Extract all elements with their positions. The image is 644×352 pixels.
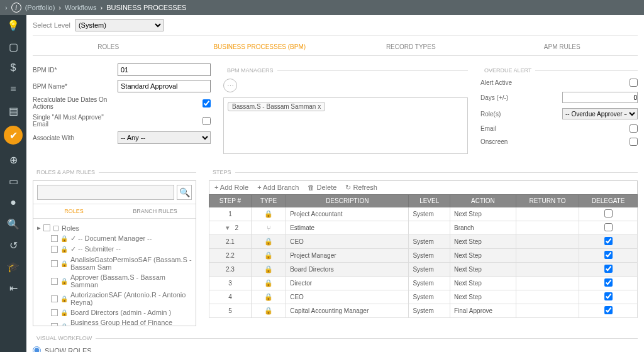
tree-item[interactable]: 🔒AnalisisGastoPermisoSAF (Bassam.S - Bas… [37, 255, 192, 272]
steps-table: STEP #TYPEDESCRIPTIONLEVELACTIONRETURN T… [209, 194, 638, 318]
tab-apm-rules[interactable]: APM RULES [487, 38, 638, 55]
search-icon[interactable]: 🔍 [7, 217, 19, 230]
info-icon[interactable]: i [11, 3, 21, 13]
lock-icon: 🔒 [60, 278, 68, 285]
email-checkbox[interactable] [630, 124, 638, 133]
lock-icon: 🔒 [264, 251, 273, 259]
steps-title: STEPS [209, 169, 235, 175]
doc-icon[interactable]: ▤ [7, 104, 19, 117]
delegate-checkbox[interactable] [604, 223, 613, 231]
user-icon[interactable]: ● [7, 196, 19, 209]
delegate-checkbox[interactable] [604, 209, 613, 217]
tree-item[interactable]: 🔒Board Directors (admin - Admin ) [37, 307, 192, 317]
add-manager-button[interactable]: ⋯ [223, 79, 237, 92]
table-row[interactable]: 5🔒Capital Accounting ManagerSystemFinal … [209, 304, 638, 318]
list-icon[interactable]: ≡ [7, 83, 19, 96]
breadcrumb-bar: › i (Portfolio) › Workflows › BUSINESS P… [0, 0, 644, 15]
expand-icon[interactable]: ▾ [222, 224, 233, 231]
globe-icon[interactable]: ⊕ [7, 153, 19, 166]
add-role-button[interactable]: + Add Role [214, 184, 248, 192]
delegate-checkbox[interactable] [604, 265, 613, 273]
assoc-label: Associate With [33, 135, 118, 141]
tab-record-types[interactable]: RECORD TYPES [335, 38, 487, 55]
dollar-icon[interactable]: $ [7, 62, 19, 74]
bpmid-label: BPM ID* [33, 67, 118, 74]
delegate-checkbox[interactable] [604, 237, 613, 245]
roles-search-input[interactable] [37, 185, 174, 200]
tree-root[interactable]: Roles [62, 224, 79, 232]
days-label: Days (+/-) [480, 94, 562, 101]
lock-icon: 🔒 [264, 265, 273, 273]
grad-icon[interactable]: 🎓 [7, 260, 19, 273]
tab-roles[interactable]: ROLES [33, 38, 184, 55]
select-level-label: Select Level [33, 21, 70, 29]
lock-icon: 🔒 [60, 246, 68, 253]
tree-item[interactable]: 🔒Business Group Head of Finance (admin -… [37, 317, 192, 326]
col-header: DESCRIPTION [286, 195, 409, 207]
table-row[interactable]: 4🔒CEOSystemNext Step [209, 290, 638, 304]
check-icon[interactable]: ✔ [4, 126, 23, 145]
clipboard-icon[interactable]: ▢ [7, 40, 19, 53]
onscreen-label: Onscreen [480, 138, 630, 145]
breadcrumb-leaf: BUSINESS PROCESSES [106, 4, 186, 11]
expand-toggle[interactable]: › [5, 4, 8, 11]
table-row[interactable]: ▾ 2⑂EstimateBranch [209, 221, 638, 235]
table-row[interactable]: 1🔒Project AccountantSystemNext Step [209, 207, 638, 221]
managers-title: BPM MANAGERS [223, 67, 277, 74]
roles-apm-title: ROLES & APM RULES [33, 169, 99, 175]
subtab-roles[interactable]: ROLES [33, 204, 114, 218]
single-checkbox[interactable] [203, 117, 211, 125]
tree-item[interactable]: 🔒✓ -- Document Manager -- [37, 233, 192, 244]
onscreen-checkbox[interactable] [630, 138, 638, 146]
lock-icon: 🔒 [264, 279, 273, 287]
roles-select[interactable]: -- Overdue Approver -- [562, 108, 638, 119]
lock-icon: 🔒 [60, 235, 68, 242]
tree-item[interactable]: 🔒✓ -- Submitter -- [37, 244, 192, 255]
single-label: Single "All Must Approve" Email [33, 114, 118, 128]
delegate-checkbox[interactable] [604, 251, 613, 259]
bpmid-input[interactable] [118, 63, 211, 76]
main-tabs: ROLES BUSINESS PROCESSES (BPM) RECORD TY… [33, 38, 638, 56]
roles-tree[interactable]: ▸▢Roles 🔒✓ -- Document Manager --🔒✓ -- S… [33, 219, 196, 326]
select-level[interactable]: (System) [75, 19, 164, 31]
days-input[interactable] [562, 92, 638, 103]
table-row[interactable]: 3🔒DirectorSystemNext Step [209, 277, 638, 290]
subtab-branch-rules[interactable]: BRANCH RULES [114, 204, 196, 218]
recalc-checkbox[interactable] [203, 99, 211, 107]
roles-label: Role(s) [480, 111, 562, 118]
roles-search-icon[interactable]: 🔍 [177, 185, 192, 200]
table-row[interactable]: 2.2🔒Project ManagerSystemNext Step [209, 249, 638, 263]
email-label: Email [480, 125, 630, 132]
refresh-button[interactable]: ↻ Refresh [345, 184, 377, 192]
alert-active-label: Alert Active [480, 79, 630, 86]
logout-icon[interactable]: ⇤ [7, 282, 19, 294]
history-icon[interactable]: ↺ [7, 239, 19, 251]
assoc-select[interactable]: -- Any -- [118, 131, 211, 144]
lock-icon: 🔒 [264, 238, 273, 245]
show-roles-radio[interactable] [33, 346, 41, 352]
lock-icon: 🔒 [264, 210, 273, 217]
breadcrumb-root[interactable]: (Portfolio) [25, 4, 55, 11]
breadcrumb-mid[interactable]: Workflows [65, 4, 97, 11]
table-row[interactable]: 2.1🔒CEOSystemNext Step [209, 235, 638, 249]
briefcase-icon[interactable]: ▭ [7, 175, 19, 187]
lock-icon: 🔒 [60, 309, 68, 316]
delegate-checkbox[interactable] [604, 278, 613, 287]
bulb-icon[interactable]: 💡 [7, 19, 19, 31]
add-branch-button[interactable]: + Add Branch [257, 184, 299, 192]
alert-active-checkbox[interactable] [630, 79, 638, 87]
delegate-checkbox[interactable] [604, 306, 613, 314]
manager-chip[interactable]: Bassam.S - Bassam Samman x [228, 102, 325, 111]
col-header: ACTION [450, 195, 516, 207]
col-header: RETURN TO [516, 195, 579, 207]
tree-item[interactable]: 🔒AutorizacionSAF (Antonio.R - Antonio Re… [37, 290, 192, 307]
bpmname-input[interactable] [118, 80, 211, 92]
tree-item[interactable]: 🔒Approver (Bassam.S - Bassam Samman [37, 272, 192, 290]
managers-box[interactable]: Bassam.S - Bassam Samman x [223, 97, 468, 154]
tab-bpm[interactable]: BUSINESS PROCESSES (BPM) [184, 38, 336, 55]
lock-icon: 🔒 [60, 295, 68, 302]
col-header: LEVEL [409, 195, 450, 207]
delegate-checkbox[interactable] [604, 292, 613, 300]
table-row[interactable]: 2.3🔒Board DirectorsSystemNext Step [209, 263, 638, 277]
delete-button[interactable]: 🗑 Delete [308, 184, 336, 192]
